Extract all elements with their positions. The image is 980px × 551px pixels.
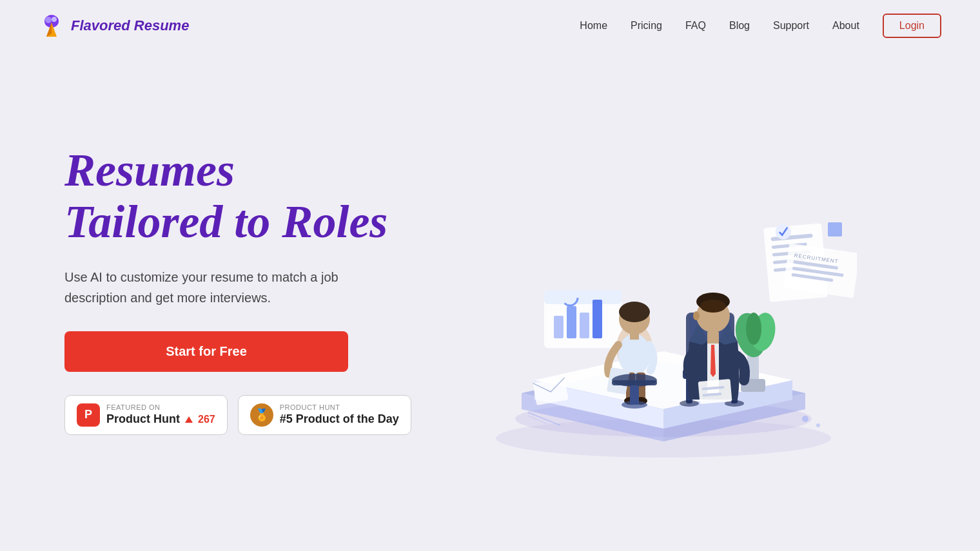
- badge-text: FEATURED ON Product Hunt 267: [106, 403, 215, 426]
- badge-day-text: PRODUCT HUNT #5 Product of the Day: [280, 403, 399, 426]
- svg-rect-48: [630, 332, 639, 340]
- upvote-arrow-icon: [185, 416, 193, 423]
- svg-point-14: [816, 423, 820, 427]
- hero-section: Resumes Tailored to Roles Use AI to cust…: [0, 52, 980, 516]
- hero-content: Resumes Tailored to Roles Use AI to cust…: [64, 145, 411, 434]
- nav-faq[interactable]: FAQ: [685, 20, 706, 32]
- svg-rect-36: [544, 290, 622, 304]
- svg-rect-29: [828, 222, 842, 237]
- svg-point-57: [622, 401, 647, 409]
- svg-point-44: [618, 334, 651, 375]
- hero-illustration: RECRUITMENT: [411, 122, 916, 458]
- svg-point-21: [746, 313, 761, 345]
- navbar: Flavored Resume Home Pricing FAQ Blog Su…: [0, 0, 980, 52]
- nav-links: Home Pricing FAQ Blog Support About Logi…: [580, 14, 941, 38]
- badge-ph-label: PRODUCT HUNT: [280, 403, 399, 411]
- svg-rect-40: [593, 300, 602, 338]
- hero-title: Resumes Tailored to Roles: [64, 145, 411, 247]
- scene-illustration: RECRUITMENT: [470, 122, 857, 458]
- svg-point-72: [700, 300, 726, 313]
- svg-rect-74: [698, 379, 732, 404]
- nav-home[interactable]: Home: [580, 20, 607, 32]
- login-button[interactable]: Login: [883, 14, 941, 38]
- svg-point-73: [693, 311, 700, 320]
- badge-main-text: Product Hunt 267: [106, 412, 215, 426]
- medal-icon: 🏅: [250, 403, 273, 427]
- brand-logo[interactable]: Flavored Resume: [39, 13, 189, 39]
- ph-logo-icon: P: [77, 403, 100, 427]
- svg-rect-38: [567, 306, 576, 338]
- svg-point-1: [45, 17, 52, 23]
- badges-container: P FEATURED ON Product Hunt 267 🏅 PRODUCT…: [64, 395, 411, 435]
- nav-blog[interactable]: Blog: [729, 20, 750, 32]
- nav-pricing[interactable]: Pricing: [631, 20, 662, 32]
- badge-day-main: #5 Product of the Day: [280, 412, 399, 426]
- brand-name: Flavored Resume: [71, 17, 189, 34]
- hero-subtitle: Use AI to customize your resume to match…: [64, 267, 374, 308]
- start-free-button[interactable]: Start for Free: [64, 331, 348, 372]
- svg-rect-55: [612, 380, 657, 385]
- badge-featured-label: FEATURED ON: [106, 403, 215, 411]
- nav-support[interactable]: Support: [773, 20, 809, 32]
- svg-rect-39: [580, 313, 589, 338]
- upvote-count: 267: [198, 414, 215, 425]
- nav-about[interactable]: About: [832, 20, 859, 32]
- svg-rect-69: [707, 332, 719, 343]
- svg-point-13: [802, 416, 808, 422]
- product-of-day-badge[interactable]: 🏅 PRODUCT HUNT #5 Product of the Day: [238, 395, 411, 435]
- logo-icon: [39, 13, 64, 39]
- svg-rect-37: [554, 316, 564, 338]
- product-hunt-featured-badge[interactable]: P FEATURED ON Product Hunt 267: [64, 395, 228, 435]
- svg-point-47: [629, 313, 640, 321]
- svg-point-63: [680, 400, 699, 407]
- svg-point-2: [52, 17, 57, 22]
